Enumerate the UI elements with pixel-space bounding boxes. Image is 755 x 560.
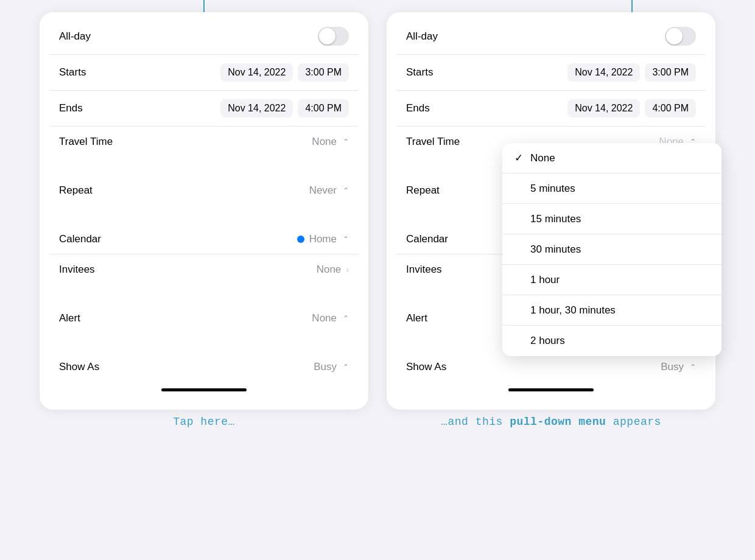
right-tap-line [631,0,633,12]
dropdown-item-none[interactable]: ✓ None [502,143,722,173]
right-annotation-bold: pull-down menu [510,416,606,428]
right-annotation-start: …and this [441,416,510,428]
dropdown-item-5min[interactable]: 5 minutes [502,173,722,204]
left-starts-time-btn[interactable]: 3:00 PM [298,63,349,82]
left-calendar-label: Calendar [59,233,101,245]
left-showas-text: Busy [314,361,337,373]
dropdown-label-2hours: 2 hours [530,335,565,347]
right-panel: All-day Starts Nov 14, 2022 3:00 PM [387,12,715,410]
right-ends-value: Nov 14, 2022 4:00 PM [567,99,696,117]
left-calendar-value[interactable]: Home ⌃ [297,233,349,245]
right-starts-time-btn[interactable]: 3:00 PM [645,63,696,82]
right-allday-label: All-day [406,30,438,43]
right-home-indicator [508,388,594,391]
right-starts-value: Nov 14, 2022 3:00 PM [567,63,696,82]
left-showas-chevron: ⌃ [343,363,349,371]
right-allday-section: All-day Starts Nov 14, 2022 3:00 PM [396,18,706,157]
left-repeat-text: Never [309,184,337,197]
left-invitees-text: None [317,264,342,276]
left-travel-time-value[interactable]: None ⌃ [312,136,349,148]
left-alert-row: Alert None ⌃ [49,303,359,334]
dropdown-item-1hour[interactable]: 1 hour [502,265,722,295]
left-alert-value[interactable]: None ⌃ [312,312,349,324]
left-showas-label: Show As [59,361,99,373]
dropdown-label-30min: 30 minutes [530,243,581,256]
right-allday-toggle-track[interactable] [665,27,696,46]
left-alert-label: Alert [59,312,80,324]
left-allday-toggle-thumb [319,28,335,44]
right-annotation-text: …and this pull-down menu appears [441,416,661,428]
left-allday-section: All-day Starts Nov 14, 2022 3:00 PM [49,18,359,157]
right-showas-label: Show As [406,361,446,373]
right-annotation: …and this pull-down menu appears [387,416,715,464]
left-alert-text: None [312,312,337,324]
left-starts-label: Starts [59,66,86,79]
left-travel-time-chevron: ⌃ [343,138,349,146]
left-repeat-label: Repeat [59,184,93,197]
left-starts-date-btn[interactable]: Nov 14, 2022 [220,63,293,82]
left-calendar-row: Calendar Home ⌃ [49,224,359,254]
right-showas-value[interactable]: Busy ⌃ [661,361,696,373]
left-travel-time-label: Travel Time [59,136,113,148]
left-calendar-section: Calendar Home ⌃ Invitees None › [49,224,359,285]
left-repeat-section: Repeat Never ⌃ [49,175,359,206]
right-showas-chevron: ⌃ [690,363,696,371]
left-allday-toggle[interactable] [318,27,349,46]
dropdown-item-15min[interactable]: 15 minutes [502,204,722,234]
left-calendar-text: Home [309,233,337,245]
right-ends-date-btn[interactable]: Nov 14, 2022 [567,99,640,117]
left-annotation-text: Tap here… [173,416,235,428]
left-panel: All-day Starts Nov 14, 2022 3:00 PM [40,12,368,410]
left-invitees-value[interactable]: None › [317,264,349,276]
right-travel-time-label: Travel Time [406,136,460,148]
left-allday-row: All-day [49,18,359,55]
right-starts-row: Starts Nov 14, 2022 3:00 PM [396,55,706,91]
right-allday-toggle[interactable] [665,27,696,46]
left-ends-row: Ends Nov 14, 2022 4:00 PM [49,91,359,127]
left-allday-label: All-day [59,30,91,43]
dropdown-label-none: None [530,152,555,164]
right-starts-label: Starts [406,66,433,79]
left-tap-line [203,0,205,12]
dropdown-label-1hour: 1 hour [530,274,560,286]
dropdown-item-1hour30min[interactable]: 1 hour, 30 minutes [502,295,722,326]
left-travel-time-row: Travel Time None ⌃ [49,127,359,157]
annotations-row: Tap here… …and this pull-down menu appea… [0,416,755,464]
left-home-indicator [161,388,247,391]
dropdown-item-2hours[interactable]: 2 hours [502,326,722,356]
right-alert-label: Alert [406,312,427,324]
left-starts-value: Nov 14, 2022 3:00 PM [220,63,349,82]
left-alert-section: Alert None ⌃ [49,303,359,334]
right-ends-label: Ends [406,102,430,114]
dropdown-item-30min[interactable]: 30 minutes [502,234,722,265]
left-alert-chevron: ⌃ [343,314,349,323]
left-invitees-label: Invitees [59,264,95,276]
right-ends-time-btn[interactable]: 4:00 PM [645,99,696,117]
left-travel-time-text: None [312,136,337,148]
left-repeat-chevron: ⌃ [343,186,349,195]
left-repeat-value[interactable]: Never ⌃ [309,184,349,197]
left-showas-row: Show As Busy ⌃ [49,352,359,382]
left-calendar-dot [297,236,304,243]
left-ends-label: Ends [59,102,83,114]
dropdown-label-15min: 15 minutes [530,213,581,225]
right-starts-date-btn[interactable]: Nov 14, 2022 [567,63,640,82]
left-allday-toggle-track[interactable] [318,27,349,46]
left-repeat-row: Repeat Never ⌃ [49,175,359,206]
right-annotation-end: appears [606,416,661,428]
left-showas-value[interactable]: Busy ⌃ [314,361,349,373]
dropdown-label-1hour30min: 1 hour, 30 minutes [530,304,616,317]
right-showas-row: Show As Busy ⌃ [396,352,706,382]
left-ends-date-btn[interactable]: Nov 14, 2022 [220,99,293,117]
right-allday-toggle-thumb [666,28,683,44]
left-annotation: Tap here… [40,416,368,464]
right-invitees-label: Invitees [406,264,442,276]
left-ends-time-btn[interactable]: 4:00 PM [298,99,349,117]
left-showas-section: Show As Busy ⌃ [49,352,359,382]
travel-time-dropdown: ✓ None 5 minutes 15 minutes 30 minutes [502,143,722,356]
left-invitees-row: Invitees None › [49,254,359,285]
right-showas-text: Busy [661,361,684,373]
left-calendar-chevron: ⌃ [343,235,349,243]
right-allday-row: All-day [396,18,706,55]
left-invitees-arrow: › [346,265,349,275]
